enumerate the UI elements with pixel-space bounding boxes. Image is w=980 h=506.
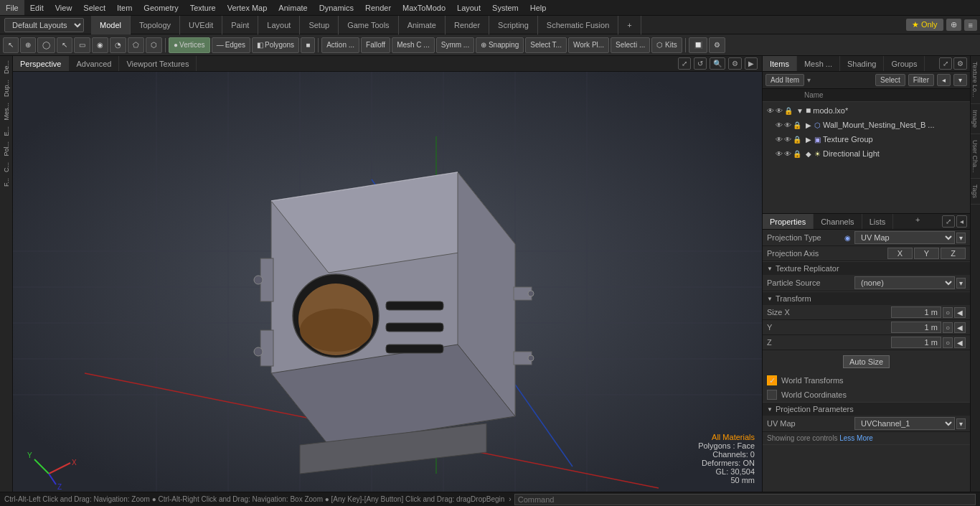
items-tab-groups[interactable]: Groups [884,56,925,71]
mode-edges[interactable]: — Edges [212,37,250,53]
menu-vertexmap[interactable]: Vertex Map [222,0,273,15]
transform-header[interactable]: Transform [763,292,970,305]
size-z-key1[interactable]: ○ [943,337,953,348]
tool-hex1[interactable]: ⬠ [128,37,144,53]
eye-icon2-light[interactable]: 👁 [784,150,791,158]
tree-row-wallmount[interactable]: 👁 👁 🔒 ▶ ⬡ Wall_Mount_Nesting_Nest_B ... [764,118,969,132]
items-tab-shading[interactable]: Shading [840,56,884,71]
size-x-key1[interactable]: ○ [943,307,953,318]
sidebar-tab-3[interactable]: E... [1,123,11,139]
tool-circle[interactable]: ⊕ [20,37,36,53]
eye-icon2-mesh[interactable]: 👁 [784,121,791,129]
eye-icon-root[interactable]: 👁 [767,107,774,115]
viewport-icon-btn[interactable]: 🔲 [689,37,707,53]
projection-axis-z[interactable] [941,248,966,259]
menu-view[interactable]: View [50,0,78,15]
tool-select-arrow[interactable]: ↖ [3,37,19,53]
mode-item[interactable]: ■ [301,37,315,53]
eye-icon-light[interactable]: 👁 [776,150,783,158]
world-coordinates-checkbox[interactable] [767,390,777,400]
items-panel-expand[interactable]: ⤢ [939,57,952,70]
menu-system[interactable]: System [486,0,524,15]
viewport-canvas[interactable]: X Y Z All Materials Polygons : Face Chan… [13,72,762,492]
items-select-button[interactable]: Select [875,74,905,86]
menu-geometry[interactable]: Geometry [138,0,184,15]
size-y-input[interactable] [891,322,941,333]
props-panel-collapse[interactable]: ◂ [956,215,967,228]
size-y-key1[interactable]: ○ [943,322,953,333]
props-tab-channels[interactable]: Channels [814,214,862,229]
projection-params-header[interactable]: Projection Parameters [763,403,970,416]
menu-item[interactable]: Item [111,0,138,15]
sidebar-tab-5[interactable]: C... [1,159,11,175]
projection-axis-y[interactable] [914,248,939,259]
tool-hex2[interactable]: ⬡ [146,37,162,53]
projection-type-select[interactable]: UV Map [854,231,955,244]
sidebar-tab-0[interactable]: De... [1,57,11,77]
props-add-button[interactable]: + [911,214,924,229]
lock-icon-mesh[interactable]: 🔒 [793,121,801,129]
tab-layout[interactable]: Layout [258,16,300,34]
lock-icon-texture[interactable]: 🔒 [793,136,801,144]
menu-edit[interactable]: Edit [24,0,50,15]
size-z-key2[interactable]: ◀ [954,337,966,348]
uv-map-select[interactable]: UVChannel_1 [854,417,955,430]
eye-icon2-texture[interactable]: 👁 [784,136,791,144]
tab-render[interactable]: Render [446,16,489,34]
world-coordinates-row[interactable]: World Coordinates [763,388,970,402]
sidebar-tab-6[interactable]: F... [1,175,11,189]
showing-less-link[interactable]: Less [839,434,854,442]
vp-search-btn[interactable]: 🔍 [710,57,725,70]
eye-icon-mesh[interactable]: 👁 [776,121,783,129]
vp-refresh-btn[interactable]: ↺ [694,57,707,70]
sidebar-tab-2[interactable]: Mes... [1,100,11,123]
props-tab-lists[interactable]: Lists [862,214,894,229]
tool-brush[interactable]: ◉ [92,37,108,53]
tree-row-light[interactable]: 👁 👁 🔒 ◆ ☀ Directional Light [764,146,969,161]
vp-settings-btn[interactable]: ⚙ [728,57,742,70]
menu-help[interactable]: Help [524,0,552,15]
menu-render[interactable]: Render [359,0,397,15]
items-filter-button[interactable]: Filter [908,74,934,86]
menu-file[interactable]: File [0,0,24,15]
items-panel-settings[interactable]: ⚙ [953,57,967,70]
action-button[interactable]: Action ... [321,37,359,53]
props-panel-expand[interactable]: ⤢ [942,215,955,228]
tab-uvedit[interactable]: UVEdit [180,16,222,34]
menu-maxtomodo[interactable]: MaxToModo [397,0,451,15]
vert-tab-image[interactable]: Image [971,104,980,134]
size-x-key2[interactable]: ◀ [954,307,966,318]
vp-maximize-btn[interactable]: ⤢ [678,57,691,70]
props-tab-properties[interactable]: Properties [763,214,814,229]
lock-icon-root[interactable]: 🔒 [784,107,793,115]
particle-source-expand[interactable]: ▾ [956,278,966,289]
vp-expand-btn[interactable]: ▶ [745,57,758,70]
tab-schematic-fusion[interactable]: Schematic Fusion [538,16,618,34]
menu-layout[interactable]: Layout [451,0,486,15]
vp-tab-textures[interactable]: Viewport Textures [119,56,197,71]
particle-source-select[interactable]: (none) [854,276,955,289]
symm-button[interactable]: Symm ... [436,37,474,53]
mesh-button[interactable]: Mesh C ... [392,37,435,53]
command-input[interactable] [514,494,976,505]
tab-scripting[interactable]: Scripting [489,16,538,34]
layout-settings-button[interactable]: ≡ [964,19,977,31]
tab-gametools[interactable]: Game Tools [339,16,399,34]
lock-icon-light[interactable]: 🔒 [793,150,801,158]
texture-replicator-header[interactable]: Texture Replicator [763,262,970,275]
layout-add-button[interactable]: ⊕ [946,19,961,31]
items-tab-items[interactable]: Items [763,56,797,71]
tab-topology[interactable]: Topology [131,16,180,34]
sidebar-tab-1[interactable]: Dup... [1,77,11,100]
vert-tab-tags[interactable]: Tags [971,179,980,205]
tab-model[interactable]: Model [91,16,131,34]
eye-icon2-root[interactable]: 👁 [776,107,783,115]
tool-pointer[interactable]: ↖ [57,37,72,53]
items-collapse-button[interactable]: ▾ [953,74,967,86]
projection-type-expand[interactable]: ▾ [956,233,966,243]
world-transforms-row[interactable]: ✓ World Transforms [763,373,970,388]
vp-tab-perspective[interactable]: Perspective [13,56,69,71]
vert-tab-usercha[interactable]: User Cha... [971,134,980,179]
tool-pie[interactable]: ◔ [110,37,126,53]
selecti-button[interactable]: Selecti ... [611,37,650,53]
